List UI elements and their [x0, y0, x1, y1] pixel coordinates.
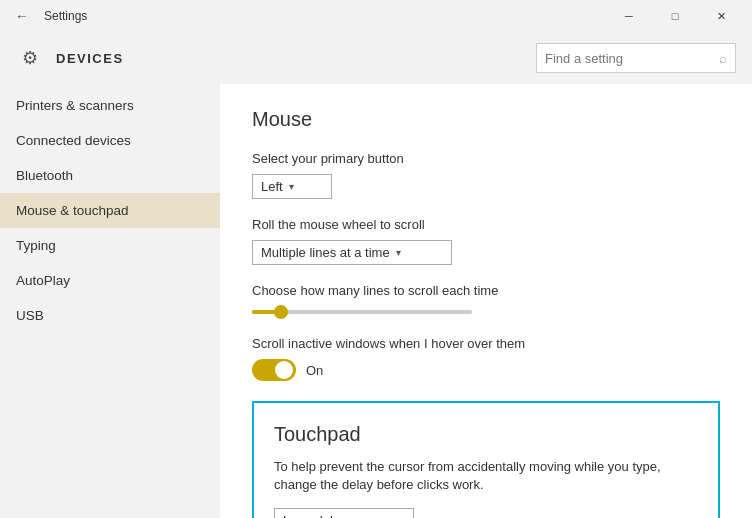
minimize-button[interactable]: ─: [606, 0, 652, 32]
content-area: Printers & scanners Connected devices Bl…: [0, 84, 752, 518]
sidebar-item-mouse[interactable]: Mouse & touchpad: [0, 193, 220, 228]
search-icon: ⌕: [719, 51, 727, 66]
header-bar: ⚙ DEVICES ⌕: [0, 32, 752, 84]
titlebar: ← Settings ─ □ ✕: [0, 0, 752, 32]
scroll-chevron-icon: ▾: [396, 247, 401, 258]
settings-gear-icon: ⚙: [16, 44, 44, 72]
search-input[interactable]: [545, 51, 719, 66]
toggle-state-label: On: [306, 363, 323, 378]
titlebar-title: Settings: [44, 9, 87, 23]
sidebar-item-bluetooth[interactable]: Bluetooth: [0, 158, 220, 193]
scroll-value: Multiple lines at a time: [261, 245, 390, 260]
primary-button-value: Left: [261, 179, 283, 194]
scroll-label: Roll the mouse wheel to scroll: [252, 217, 720, 232]
inactive-toggle-row: On: [252, 359, 720, 381]
touchpad-description: To help prevent the cursor from accident…: [274, 458, 698, 494]
close-button[interactable]: ✕: [698, 0, 744, 32]
titlebar-left: ← Settings: [8, 2, 87, 30]
touchpad-title: Touchpad: [274, 423, 698, 446]
lines-slider[interactable]: [252, 306, 720, 318]
sidebar-item-typing[interactable]: Typing: [0, 228, 220, 263]
touchpad-delay-dropdown[interactable]: Long delay ▾: [274, 508, 414, 518]
window: ← Settings ─ □ ✕ ⚙ DEVICES ⌕ Printers & …: [0, 0, 752, 518]
primary-button-chevron-icon: ▾: [289, 181, 294, 192]
sidebar-item-connected[interactable]: Connected devices: [0, 123, 220, 158]
toggle-knob: [275, 361, 293, 379]
inactive-toggle[interactable]: [252, 359, 296, 381]
search-box[interactable]: ⌕: [536, 43, 736, 73]
mouse-section-title: Mouse: [252, 108, 720, 131]
primary-button-label: Select your primary button: [252, 151, 720, 166]
sidebar-item-autoplay[interactable]: AutoPlay: [0, 263, 220, 298]
slider-track: [252, 310, 472, 314]
primary-button-dropdown[interactable]: Left ▾: [252, 174, 332, 199]
touchpad-delay-value: Long delay: [283, 513, 347, 518]
lines-scroll-label: Choose how many lines to scroll each tim…: [252, 283, 720, 298]
sidebar-item-usb[interactable]: USB: [0, 298, 220, 333]
touchpad-card: Touchpad To help prevent the cursor from…: [252, 401, 720, 518]
inactive-scroll-label: Scroll inactive windows when I hover ove…: [252, 336, 720, 351]
sidebar: Printers & scanners Connected devices Bl…: [0, 84, 220, 518]
slider-thumb[interactable]: [274, 305, 288, 319]
header-title: DEVICES: [56, 51, 124, 66]
titlebar-controls: ─ □ ✕: [606, 0, 744, 32]
scroll-dropdown[interactable]: Multiple lines at a time ▾: [252, 240, 452, 265]
main-content: Mouse Select your primary button Left ▾ …: [220, 84, 752, 518]
back-button[interactable]: ←: [8, 2, 36, 30]
maximize-button[interactable]: □: [652, 0, 698, 32]
sidebar-item-printers[interactable]: Printers & scanners: [0, 88, 220, 123]
